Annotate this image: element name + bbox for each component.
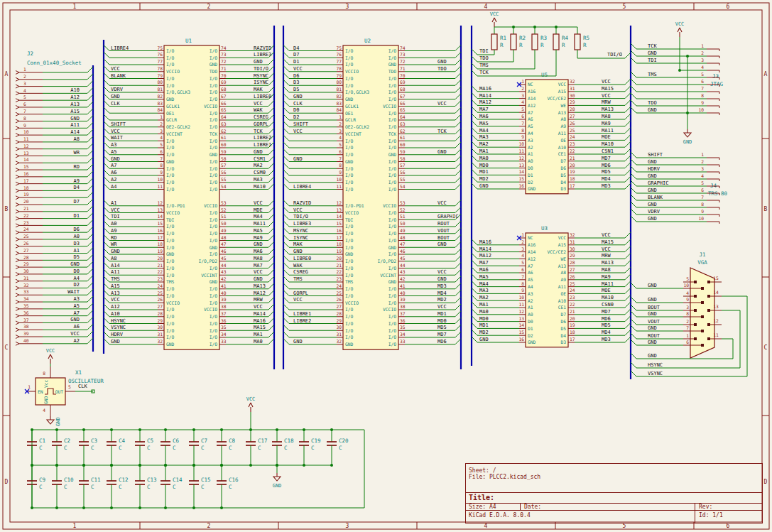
reference-designator[interactable]: R1 (500, 35, 506, 41)
net-label[interactable]: VCC (602, 93, 611, 99)
net-label[interactable]: A9 (74, 178, 80, 184)
net-label[interactable]: MD1 (479, 322, 489, 328)
net-label[interactable]: TCK (254, 129, 263, 134)
net-label[interactable]: VOUT (437, 228, 450, 234)
net-label[interactable]: RAZVID (293, 200, 311, 206)
net-label[interactable]: VCC (254, 101, 263, 107)
value-field[interactable]: R (583, 42, 587, 48)
net-label[interactable]: MA8 (602, 114, 611, 119)
net-label[interactable]: A2 (111, 177, 116, 183)
net-label[interactable]: MD3 (602, 337, 611, 342)
net-label[interactable]: TMS (293, 276, 303, 282)
net-label[interactable]: D5 (293, 87, 299, 92)
net-label[interactable]: GND (648, 159, 657, 165)
net-label[interactable]: RD (74, 164, 80, 170)
net-label[interactable]: MD7 (437, 332, 447, 337)
net-label[interactable]: BOUT (437, 235, 450, 241)
net-label[interactable]: MRW (602, 99, 611, 105)
net-label[interactable]: GND (648, 188, 657, 193)
value-field[interactable]: C (91, 484, 94, 490)
net-label[interactable]: MA13 (602, 260, 614, 266)
net-label[interactable]: D3 (74, 241, 80, 246)
reference-designator[interactable]: U1 (185, 38, 192, 44)
reference-designator[interactable]: C11 (91, 477, 101, 483)
net-label[interactable]: GND (293, 339, 303, 344)
net-label[interactable]: GND (648, 353, 657, 359)
net-label[interactable]: VCC (437, 269, 447, 275)
net-label[interactable]: MD2 (479, 176, 489, 182)
net-label[interactable]: A0 (74, 234, 80, 239)
value-field[interactable]: C (201, 484, 205, 490)
net-label[interactable]: MA1 (479, 302, 489, 308)
net-label[interactable]: RAZVID (254, 45, 271, 51)
ic-u2[interactable]: U275I/OD476I/OD777I/OD178VCCIOVCC79I/OD6… (283, 38, 461, 350)
oscillator-x1[interactable]: X1OSCILLATEUR8VCCVcc1EN5OUTCLK4GNDGND (25, 348, 104, 426)
net-label[interactable]: GND (437, 59, 447, 65)
value-field[interactable]: C (64, 484, 67, 490)
ic-u1[interactable]: U175I/OLIBRE476I/O77I/O78VCCIOVCC79I/OBL… (104, 38, 274, 350)
net-label[interactable]: MA13 (602, 107, 614, 112)
reference-designator[interactable]: C7 (201, 438, 207, 444)
resistor-body[interactable] (511, 34, 516, 50)
net-label[interactable]: MRW (254, 297, 263, 303)
net-label[interactable]: GND (293, 249, 303, 254)
net-label[interactable]: MD6 (602, 163, 611, 168)
net-label[interactable]: MA4 (254, 214, 263, 219)
net-label[interactable]: MA0 (479, 309, 489, 315)
net-label[interactable]: MOE (602, 288, 611, 293)
net-label[interactable]: GND (479, 337, 489, 342)
net-label[interactable]: MA10 (602, 141, 614, 147)
reference-designator[interactable]: C8 (229, 438, 236, 444)
reference-designator[interactable]: C2 (64, 438, 70, 444)
net-label[interactable]: MA14 (479, 93, 491, 99)
net-label[interactable]: MDE (254, 207, 263, 213)
net-label[interactable]: GND (254, 276, 263, 282)
net-label[interactable]: GND (648, 283, 657, 288)
net-label[interactable]: MAK (293, 241, 303, 247)
net-label[interactable]: D0 (74, 268, 80, 274)
net-label[interactable]: CSN0 (602, 302, 614, 308)
reference-designator[interactable]: C10 (64, 477, 74, 483)
net-label[interactable]: MD0 (437, 318, 447, 324)
net-label[interactable]: MSYNC (293, 228, 308, 234)
net-label[interactable]: VCC (111, 297, 120, 303)
net-label[interactable]: MA9 (602, 121, 611, 126)
net-label[interactable]: A1 (74, 248, 80, 254)
net-label[interactable]: MA3 (254, 177, 263, 183)
net-label[interactable]: MA11 (602, 128, 614, 134)
net-label[interactable]: MA15 (602, 239, 614, 245)
value-field[interactable]: C (229, 445, 232, 451)
net-label[interactable]: GND (648, 297, 657, 303)
net-label[interactable]: GND (70, 116, 80, 121)
net-label[interactable]: SHIFT (293, 121, 309, 127)
reference-designator[interactable]: U3 (541, 225, 548, 232)
decoupling-caps[interactable]: C1CC2CC3CC4CC5CC6CC7CC8CC17CC18CC19CC20C… (27, 396, 364, 509)
net-label[interactable]: HSYNC (111, 318, 126, 324)
net-label[interactable]: WAK (254, 107, 263, 113)
net-label[interactable]: LIBRE3 (254, 52, 271, 58)
net-label[interactable]: VSYNC (111, 325, 126, 330)
reference-designator[interactable]: X1 (75, 369, 82, 376)
net-label[interactable]: TDI/O (607, 52, 622, 58)
net-label[interactable]: BLANK (648, 195, 663, 200)
net-label[interactable]: CSM0 (254, 170, 266, 175)
net-label[interactable]: VCC (602, 246, 611, 252)
net-label[interactable]: MA10 (602, 295, 614, 300)
net-label[interactable]: GND (437, 276, 447, 282)
net-label[interactable]: D6 (74, 227, 80, 232)
net-label[interactable]: MA5 (254, 228, 263, 234)
reference-designator[interactable]: C13 (147, 477, 157, 483)
net-label[interactable]: MD1 (479, 169, 489, 175)
net-label[interactable]: WAIT (67, 289, 80, 295)
value-field[interactable]: C (201, 445, 205, 451)
resistor-body[interactable] (553, 34, 559, 50)
net-label[interactable]: MA6 (479, 267, 489, 273)
net-label[interactable]: VCC (254, 269, 263, 275)
reference-designator[interactable]: R2 (519, 35, 526, 41)
net-label[interactable]: MA7 (254, 263, 263, 268)
net-label[interactable]: A8 (111, 256, 116, 261)
net-label[interactable]: VCC (293, 66, 303, 72)
net-label[interactable]: WAK (293, 263, 303, 268)
net-label[interactable]: MD0 (479, 316, 489, 322)
reference-designator[interactable]: J3 (712, 73, 719, 80)
